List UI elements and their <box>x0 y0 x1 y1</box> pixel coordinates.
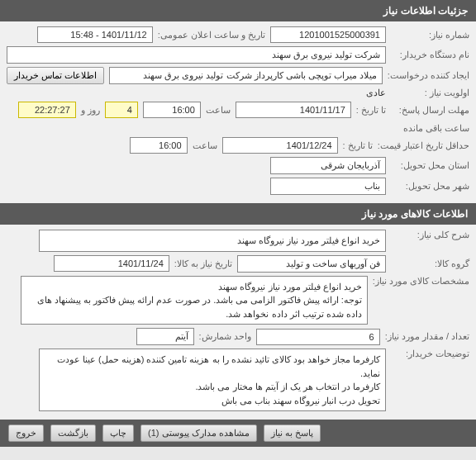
price-validity-label: حداقل تاریخ اعتبار قیمت: <box>378 140 469 151</box>
qty-label: تعداد / مقدار مورد نیاز: <box>385 331 469 342</box>
time-label-2: ساعت <box>193 140 217 151</box>
qty-value: 6 <box>256 329 380 345</box>
req-no-value: 1201001525000391 <box>270 26 386 43</box>
main-header: جزئیات اطلاعات نیاز <box>0 0 476 21</box>
reply-button[interactable]: پاسخ به نیاز <box>264 424 321 442</box>
goods-spec-label: مشخصات کالای مورد نیاز: <box>373 276 469 287</box>
back-button[interactable]: بازگشت <box>50 424 96 442</box>
need-date-label: تاریخ نیاز به کالا: <box>174 258 232 269</box>
reply-deadline-label: مهلت ارسال پاسخ: <box>391 105 469 116</box>
validity-date-value: 1401/12/24 <box>222 137 338 154</box>
need-date-value: 1401/11/24 <box>54 255 169 272</box>
need-info-section: شماره نیاز: 1201001525000391 تاریخ و ساع… <box>0 21 476 203</box>
buyer-org-value: شرکت تولید نیروی برق سهند <box>7 46 386 64</box>
buyer-notes-value: کارفرما مجاز خواهد بود کالای تائید نشده … <box>39 349 386 411</box>
unit-label: واحد شمارش: <box>199 331 251 342</box>
deadline-date-value: 1401/11/17 <box>236 102 351 118</box>
creator-value: میلاد میراب توپچی باشی کارپرداز شرکت تول… <box>109 67 383 84</box>
validity-time-value: 16:00 <box>130 137 188 154</box>
contact-buyer-button[interactable]: اطلاعات تماس خریدار <box>7 67 104 84</box>
priority-label: اولویت نیاز : <box>391 88 469 98</box>
print-button[interactable]: چاپ <box>102 424 134 442</box>
deadline-time-value: 16:00 <box>143 102 201 118</box>
unit-value: آیتم <box>136 328 194 345</box>
goods-header: اطلاعات کالاهای مورد نیاز <box>0 203 476 225</box>
province-label: استان محل تحویل: <box>391 160 469 171</box>
creator-label: ایجاد کننده درخواست: <box>388 70 469 81</box>
to-date-label-1: تا تاریخ : <box>356 105 386 116</box>
attachments-button[interactable]: مشاهده مدارک پیوستی (1) <box>140 424 257 442</box>
goods-info-section: شرح کلی نیاز: خرید انواع فیلتر مورد نیاز… <box>0 225 476 420</box>
goods-group-label: گروه کالا: <box>391 258 469 269</box>
exit-button[interactable]: خروج <box>8 424 44 442</box>
province-value: آذربایجان شرقی <box>270 157 386 174</box>
req-no-label: شماره نیاز: <box>391 30 469 40</box>
city-value: بناب <box>270 178 386 195</box>
to-date-label-2: تا تاریخ : <box>343 140 373 151</box>
goods-group-value: فن آوریهای ساخت و تولید <box>237 255 386 273</box>
buyer-org-label: نام دستگاه خریدار: <box>391 50 469 60</box>
remaining-time-value: 22:27:27 <box>18 102 76 118</box>
footer-toolbar: پاسخ به نیاز مشاهده مدارک پیوستی (1) چاپ… <box>0 420 476 447</box>
announce-date-label: تاریخ و ساعت اعلان عمومی: <box>158 30 265 40</box>
remaining-days-value: 4 <box>105 102 138 118</box>
goods-spec-value: خرید انواع فیلتر مورد نیاز نیروگاه سهند … <box>21 276 368 325</box>
time-label-1: ساعت <box>206 105 231 116</box>
announce-date-value: 1401/11/12 - 15:48 <box>37 26 153 43</box>
buyer-notes-label: توضیحات خریدار: <box>391 349 469 359</box>
city-label: شهر محل تحویل: <box>391 181 469 192</box>
days-and-label: روز و <box>81 105 100 116</box>
general-desc-label: شرح کلی نیاز: <box>391 230 469 240</box>
general-desc-value: خرید انواع فیلتر مورد نیاز نیروگاه سهند <box>39 230 386 252</box>
remaining-label: ساعت باقی مانده <box>403 123 469 134</box>
priority-value: عادی <box>366 88 386 98</box>
